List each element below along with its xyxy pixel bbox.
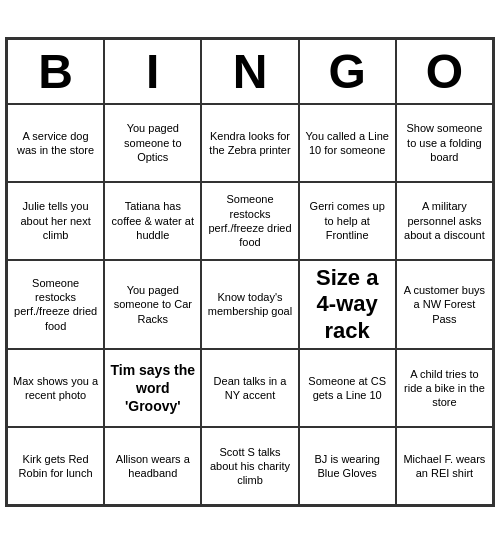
bingo-cell-11[interactable]: You paged someone to Car Racks: [104, 260, 201, 349]
bingo-cell-4[interactable]: Show someone to use a folding board: [396, 104, 493, 182]
bingo-cell-18[interactable]: Someone at CS gets a Line 10: [299, 349, 396, 427]
bingo-cell-10[interactable]: Someone restocks perf./freeze dried food: [7, 260, 104, 349]
bingo-cell-16[interactable]: Tim says the word 'Groovy': [104, 349, 201, 427]
bingo-cell-21[interactable]: Allison wears a headband: [104, 427, 201, 505]
bingo-card: BINGO A service dog was in the storeYou …: [5, 37, 495, 507]
bingo-cell-22[interactable]: Scott S talks about his charity climb: [201, 427, 298, 505]
bingo-cell-6[interactable]: Tatiana has coffee & water at huddle: [104, 182, 201, 260]
bingo-cell-12[interactable]: Know today's membership goal: [201, 260, 298, 349]
bingo-cell-2[interactable]: Kendra looks for the Zebra printer: [201, 104, 298, 182]
bingo-cell-20[interactable]: Kirk gets Red Robin for lunch: [7, 427, 104, 505]
bingo-cell-7[interactable]: Someone restocks perf./freeze dried food: [201, 182, 298, 260]
bingo-letter-O: O: [396, 39, 493, 104]
bingo-cell-17[interactable]: Dean talks in a NY accent: [201, 349, 298, 427]
bingo-cell-14[interactable]: A customer buys a NW Forest Pass: [396, 260, 493, 349]
bingo-cell-13[interactable]: Size a 4-way rack: [299, 260, 396, 349]
bingo-letter-N: N: [201, 39, 298, 104]
bingo-cell-0[interactable]: A service dog was in the store: [7, 104, 104, 182]
bingo-cell-3[interactable]: You called a Line 10 for someone: [299, 104, 396, 182]
bingo-letter-I: I: [104, 39, 201, 104]
bingo-cell-24[interactable]: Michael F. wears an REI shirt: [396, 427, 493, 505]
bingo-letter-B: B: [7, 39, 104, 104]
bingo-cell-19[interactable]: A child tries to ride a bike in the stor…: [396, 349, 493, 427]
bingo-cell-23[interactable]: BJ is wearing Blue Gloves: [299, 427, 396, 505]
bingo-cell-5[interactable]: Julie tells you about her next climb: [7, 182, 104, 260]
bingo-grid: A service dog was in the storeYou paged …: [7, 104, 493, 505]
bingo-cell-8[interactable]: Gerri comes up to help at Frontline: [299, 182, 396, 260]
bingo-header: BINGO: [7, 39, 493, 104]
bingo-letter-G: G: [299, 39, 396, 104]
bingo-cell-15[interactable]: Max shows you a recent photo: [7, 349, 104, 427]
bingo-cell-9[interactable]: A military personnel asks about a discou…: [396, 182, 493, 260]
bingo-cell-1[interactable]: You paged someone to Optics: [104, 104, 201, 182]
